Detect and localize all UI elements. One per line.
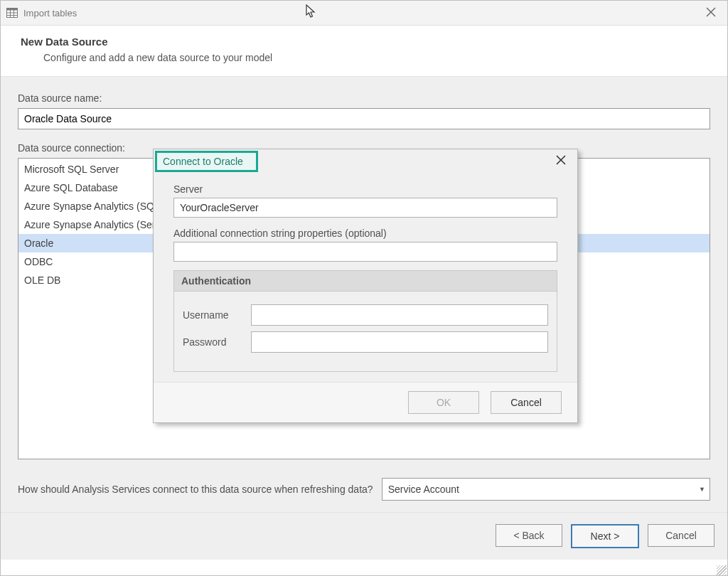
auth-header: Authentication: [174, 271, 557, 292]
window-title: Import tables: [23, 8, 77, 18]
modal-footer: OK Cancel: [154, 382, 577, 422]
data-source-name-input[interactable]: [18, 108, 710, 129]
modal-close-icon[interactable]: [547, 151, 574, 171]
modal-body: Server Additional connection string prop…: [154, 172, 577, 382]
refresh-row: How should Analysis Services connect to …: [18, 478, 710, 501]
page-heading: New Data Source: [21, 36, 707, 48]
password-label: Password: [183, 336, 251, 348]
name-label: Data source name:: [18, 92, 710, 104]
modal-title-bar: Connect to Oracle: [154, 149, 577, 172]
addl-conn-input[interactable]: [173, 242, 557, 262]
chevron-down-icon: ▼: [699, 486, 705, 493]
header: New Data Source Configure and add a new …: [1, 26, 727, 77]
connect-oracle-dialog: Connect to Oracle Server Additional conn…: [153, 149, 578, 423]
page-subheading: Configure and add a new data source to y…: [43, 52, 707, 63]
modal-cancel-button[interactable]: Cancel: [491, 391, 562, 414]
import-tables-dialog: Import tables New Data Source Configure …: [0, 0, 728, 576]
resize-grip-icon[interactable]: [717, 565, 727, 575]
server-label: Server: [173, 183, 557, 195]
cancel-button[interactable]: Cancel: [648, 524, 714, 547]
next-button[interactable]: Next >: [571, 524, 639, 548]
addl-conn-label: Additional connection string properties …: [173, 228, 557, 239]
modal-title: Connect to Oracle: [155, 151, 258, 172]
table-icon: [6, 8, 18, 18]
username-input[interactable]: [251, 304, 548, 326]
refresh-label: How should Analysis Services connect to …: [18, 484, 373, 495]
title-bar: Import tables: [1, 1, 727, 26]
password-input[interactable]: [251, 331, 548, 353]
username-label: Username: [183, 309, 251, 321]
close-icon[interactable]: [700, 3, 722, 23]
svg-rect-1: [7, 9, 18, 11]
refresh-value: Service Account: [388, 484, 459, 495]
auth-body: Username Password: [174, 292, 557, 371]
auth-group: Authentication Username Password: [173, 270, 557, 372]
refresh-combo[interactable]: Service Account ▼: [382, 478, 710, 501]
ok-button[interactable]: OK: [408, 391, 479, 414]
server-input[interactable]: [173, 198, 557, 218]
back-button[interactable]: < Back: [496, 524, 562, 547]
footer: < Back Next > Cancel: [1, 513, 727, 560]
